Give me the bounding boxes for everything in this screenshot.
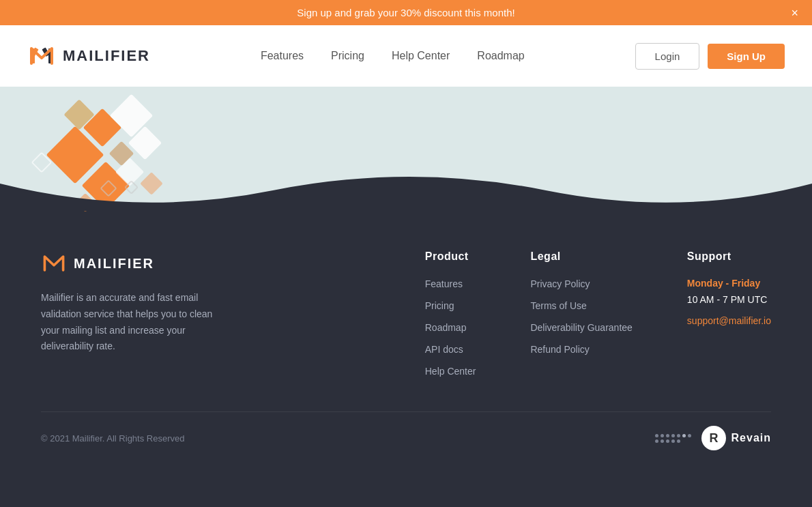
footer-link-refund-policy[interactable]: Refund Policy [530,344,589,355]
revain-dot [677,439,680,443]
footer-link-features[interactable]: Features [425,278,463,289]
revain-dot [666,439,669,443]
footer-col-legal-links: Privacy Policy Terms of Use Deliverabili… [530,278,632,356]
nav-features[interactable]: Features [261,50,304,61]
footer-description: Mailifier is an accurate and fast email … [41,290,232,355]
footer-link-help-center[interactable]: Help Center [425,366,476,377]
footer-copyright: © 2021 Mailifier. All Rights Reserved [41,433,184,444]
main-nav: Features Pricing Help Center Roadmap [261,50,525,62]
footer-columns: Product Features Pricing Roadmap API doc… [273,250,771,377]
nav-help-center[interactable]: Help Center [392,50,450,61]
support-time: 10 AM - 7 PM UTC [687,294,771,305]
footer-logo-icon [41,250,67,276]
footer-col-product-heading: Product [425,250,476,263]
revain-dot [671,434,675,437]
revain-dots [655,434,696,443]
svg-text:R: R [709,431,718,445]
site-header: MAILIFIER Features Pricing Help Center R… [0,25,812,87]
footer-link-roadmap[interactable]: Roadmap [425,322,467,333]
footer-bottom: © 2021 Mailifier. All Rights Reserved [41,411,771,450]
revain-dot [671,439,675,443]
signup-button[interactable]: Sign Up [708,44,785,69]
footer-col-legal: Legal Privacy Policy Terms of Use Delive… [530,250,632,377]
footer-col-support-heading: Support [687,250,771,263]
footer-logo: MAILIFIER [41,250,232,276]
hero-area [0,87,812,209]
dark-section: MAILIFIER Mailifier is an accurate and f… [0,209,812,478]
top-banner: Sign up and grab your 30% discount this … [0,0,812,25]
footer-link-terms-of-use[interactable]: Terms of Use [530,300,586,311]
footer-link-privacy-policy[interactable]: Privacy Policy [530,278,590,289]
revain-dot [677,434,680,437]
footer-top: MAILIFIER Mailifier is an accurate and f… [41,250,771,411]
logo-text: MAILIFIER [63,47,150,65]
revain-dot [655,434,658,437]
support-email-link[interactable]: support@mailifier.io [687,315,771,326]
revain-dot [661,439,664,443]
revain-text: Revain [731,432,771,444]
logo-link[interactable]: MAILIFIER [27,42,150,70]
revain-dot [666,434,669,437]
footer-link-api-docs[interactable]: API docs [425,344,463,355]
wave-divider [0,156,812,211]
support-hours: Monday - Friday [687,278,771,289]
header-buttons: Login Sign Up [635,43,785,70]
revain-dot [655,439,658,443]
footer-col-support: Support Monday - Friday 10 AM - 7 PM UTC… [687,250,771,377]
footer-col-legal-heading: Legal [530,250,632,263]
banner-text: Sign up and grab your 30% discount this … [297,7,514,18]
login-button[interactable]: Login [635,43,700,70]
nav-pricing[interactable]: Pricing [331,50,364,61]
revain-logo-icon: R [701,426,726,450]
footer-brand: MAILIFIER Mailifier is an accurate and f… [41,250,232,377]
revain-badge: R Revain [655,426,771,450]
footer-col-product: Product Features Pricing Roadmap API doc… [425,250,476,377]
footer-link-deliverability[interactable]: Deliverability Guarantee [530,322,632,333]
footer-link-pricing[interactable]: Pricing [425,300,454,311]
footer-col-product-links: Features Pricing Roadmap API docs Help C… [425,278,476,377]
revain-dot [661,434,664,437]
revain-dot [682,434,686,437]
revain-dot [688,434,691,437]
footer-logo-text: MAILIFIER [74,256,154,272]
banner-close-button[interactable]: × [791,7,798,19]
logo-icon [27,42,56,70]
nav-roadmap[interactable]: Roadmap [477,50,524,61]
